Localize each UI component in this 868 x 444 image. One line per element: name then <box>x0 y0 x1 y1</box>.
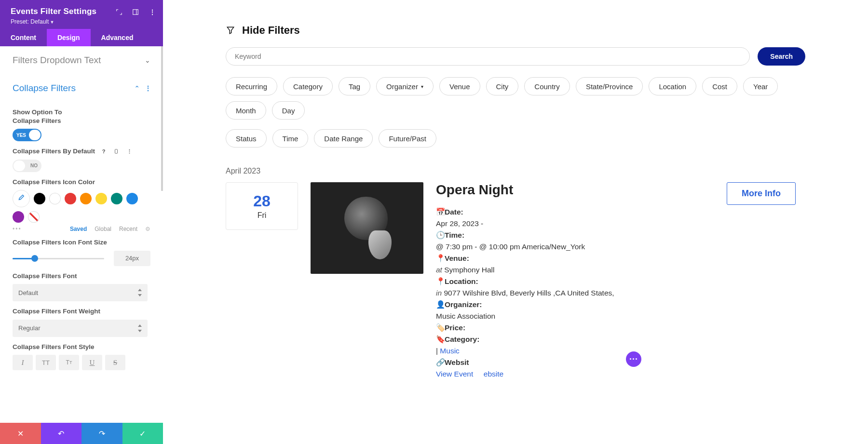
svg-rect-2 <box>115 149 118 153</box>
swatch-orange[interactable] <box>80 193 92 204</box>
filter-pill-location[interactable]: Location <box>649 77 696 95</box>
event-day-number: 28 <box>226 192 298 210</box>
keyword-input[interactable] <box>226 47 750 66</box>
font-label: Collapse Filters Font <box>13 272 150 281</box>
filter-pill-year[interactable]: Year <box>743 77 778 95</box>
bookmark-icon: 🔖 <box>436 334 444 345</box>
field-options-icon[interactable]: ⋮ <box>125 148 133 155</box>
filter-pill-future-past[interactable]: Future/Past <box>379 129 436 148</box>
style-underline-button[interactable]: U <box>82 355 102 370</box>
palette-recent[interactable]: Recent <box>119 226 137 232</box>
pin-icon: 📍 <box>436 253 444 264</box>
filter-pill-recurring[interactable]: Recurring <box>226 77 277 95</box>
chevron-up-icon: ⌄ <box>134 84 140 92</box>
filter-pill-status[interactable]: Status <box>226 129 267 148</box>
filter-pill-state-province[interactable]: State/Province <box>576 77 643 95</box>
show-option-toggle[interactable]: YES <box>13 129 41 141</box>
filter-pill-tag[interactable]: Tag <box>339 77 370 95</box>
filter-pill-country[interactable]: Country <box>524 77 570 95</box>
panel-icon[interactable] <box>131 8 140 16</box>
svg-rect-0 <box>133 10 138 15</box>
filter-pill-date-range[interactable]: Date Range <box>314 129 373 148</box>
event-date-card: 28 Fri <box>226 182 298 230</box>
icon-color-label: Collapse Filters Icon Color <box>13 178 150 187</box>
search-button[interactable]: Search <box>758 47 805 66</box>
filter-pill-month[interactable]: Month <box>226 101 266 120</box>
section-dropdown-text[interactable]: Filters Dropdown Text ⌄ <box>0 46 163 74</box>
icon-size-label: Collapse Filters Icon Font Size <box>13 238 150 247</box>
event-image <box>311 182 423 274</box>
palette-saved[interactable]: Saved <box>70 226 87 232</box>
filter-pill-time[interactable]: Time <box>272 129 309 148</box>
filter-pill-cost[interactable]: Cost <box>702 77 737 95</box>
swatch-none[interactable] <box>28 211 40 223</box>
by-default-toggle[interactable]: NO <box>13 160 41 172</box>
filter-icon <box>226 26 235 35</box>
filter-pill-organizer[interactable]: Organizer▾ <box>376 77 434 95</box>
preset-selector[interactable]: Preset: Default▼ <box>11 18 152 25</box>
swatch-purple[interactable] <box>13 211 24 223</box>
undo-button[interactable]: ↶ <box>41 423 82 444</box>
eyedropper-button[interactable] <box>13 190 30 207</box>
event-website-value: View Event ebsite <box>436 368 805 380</box>
tab-advanced[interactable]: Advanced <box>91 29 144 46</box>
chevron-down-icon: ⌄ <box>145 56 150 64</box>
filter-pill-category[interactable]: Category <box>283 77 333 95</box>
cancel-button[interactable]: ✕ <box>0 423 41 444</box>
tab-design[interactable]: Design <box>47 29 91 46</box>
link-icon: 🔗 <box>436 357 444 368</box>
more-icon[interactable]: ⋮ <box>148 8 156 16</box>
tab-content[interactable]: Content <box>0 29 47 46</box>
category-link[interactable]: Music <box>440 347 459 355</box>
swatch-blue[interactable] <box>126 193 138 204</box>
style-label: Collapse Filters Font Style <box>13 343 150 351</box>
redo-button[interactable]: ↷ <box>81 423 122 444</box>
event-location-value: in 9077 Wilshire Blvd, Beverly Hills ,CA… <box>436 287 805 299</box>
filter-pill-venue[interactable]: Venue <box>439 77 480 95</box>
month-label: April 2023 <box>226 167 805 175</box>
clock-icon: 🕒 <box>436 229 444 241</box>
filter-pill-day[interactable]: Day <box>272 101 305 120</box>
event-venue-value: at Symphony Hall <box>436 264 805 276</box>
palette-settings-icon[interactable]: ⚙ <box>145 226 150 232</box>
pin-icon: 📍 <box>436 276 444 287</box>
style-uppercase-button[interactable]: TT <box>36 355 56 370</box>
event-category-value: | Music <box>436 345 805 357</box>
swatch-red[interactable] <box>65 193 76 204</box>
calendar-icon: 📅 <box>436 206 444 218</box>
event-date-value: Apr 28, 2023 - <box>436 218 805 229</box>
section-collapse-filters[interactable]: Collapse Filters ⌄ ⋮ <box>0 74 163 102</box>
by-default-label: Collapse Filters By Default ? ⋮ <box>13 147 150 156</box>
event-organizer-value: Music Association <box>436 310 805 322</box>
floating-action-button[interactable]: ··· <box>626 351 641 367</box>
font-select[interactable]: Default <box>13 284 148 301</box>
palette-more-icon[interactable]: ••• <box>13 226 22 232</box>
swatch-black[interactable] <box>34 193 45 204</box>
hide-filters-toggle[interactable]: Hide Filters <box>226 24 805 37</box>
expand-icon[interactable] <box>115 8 123 16</box>
event-time-value: @ 7:30 pm - @ 10:00 pm America/New_York <box>436 241 805 253</box>
style-italic-button[interactable]: I <box>13 355 33 370</box>
event-day-of-week: Fri <box>226 211 298 220</box>
section-options-icon[interactable]: ⋮ <box>145 84 150 92</box>
show-option-label: Show Option To Collapse Filters <box>13 108 85 125</box>
mobile-icon[interactable] <box>112 148 120 155</box>
swatch-yellow[interactable] <box>95 193 107 204</box>
weight-select[interactable]: Regular <box>13 320 148 337</box>
website-link[interactable]: View Event <box>436 370 473 378</box>
swatch-white[interactable] <box>49 193 61 204</box>
save-button[interactable]: ✓ <box>122 423 163 444</box>
style-smallcaps-button[interactable]: TT <box>59 355 79 370</box>
icon-size-slider[interactable] <box>13 254 104 263</box>
user-icon: 👤 <box>436 299 444 310</box>
style-strikethrough-button[interactable]: S <box>105 355 125 370</box>
tag-icon: 🏷️ <box>436 322 444 334</box>
palette-global[interactable]: Global <box>95 226 111 232</box>
help-icon[interactable]: ? <box>100 148 108 155</box>
weight-label: Collapse Filters Font Weight <box>13 307 150 316</box>
swatch-teal[interactable] <box>111 193 122 204</box>
more-info-button[interactable]: More Info <box>727 182 796 205</box>
icon-size-value[interactable] <box>114 251 150 266</box>
filter-pill-city[interactable]: City <box>486 77 519 95</box>
